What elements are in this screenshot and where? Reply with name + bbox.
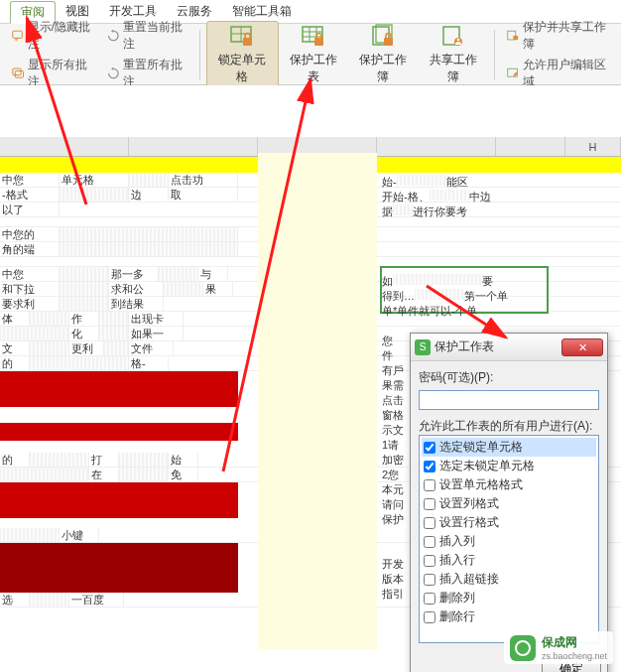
permission-item[interactable]: 设置单元格格式 (422, 475, 596, 494)
right-text-col: 您件 有戶果需 点击窗格 示文1请 加密2您 本元请问 保护 开发版本 指引 (382, 334, 412, 602)
permission-checkbox[interactable] (424, 498, 435, 510)
permission-item[interactable]: 删除列 (422, 589, 596, 607)
permissions-list[interactable]: 选定锁定单元格 选定未锁定单元格 设置单元格格式 设置列格式 设置行格式 插入列… (419, 435, 599, 643)
comments-group-1: 显示/隐藏批注 显示所有批注 (6, 15, 101, 94)
right-text-block-2: 如要 得到…第一个单 单*单件就可以-个单 (382, 274, 590, 319)
protect-workbook-icon (370, 24, 396, 50)
comments-icon (12, 67, 25, 80)
protect-sheet-button[interactable]: 保护工作表 (279, 22, 349, 87)
censored-block (0, 423, 238, 441)
share-workbook-icon (440, 24, 466, 50)
label: 保护工作簿 (356, 52, 411, 85)
dialog-title: 保护工作表 (435, 338, 494, 355)
password-input[interactable] (419, 390, 599, 410)
svg-rect-2 (15, 70, 23, 77)
permission-item[interactable]: 插入超链接 (422, 570, 596, 589)
protect-and-share-button[interactable]: 保护并共享工作簿 (507, 19, 609, 53)
censored-block (0, 482, 238, 518)
dialog-titlebar[interactable]: S 保护工作表 ✕ (411, 334, 607, 361)
protection-group-2: 保护并共享工作簿 允许用户编辑区域 (501, 15, 615, 94)
censored-block (0, 371, 238, 407)
comments-group-2: 重置当前批注 重置所有批注 (101, 15, 193, 94)
permission-item[interactable]: 设置列格式 (422, 494, 596, 513)
allowed-actions-label: 允许此工作表的所有用户进行(A): (419, 418, 599, 435)
right-text-block: 始-能区 开始-格、中边 据进行你要考 (382, 175, 580, 219)
column-soft-yellow (258, 153, 377, 649)
svg-rect-15 (384, 38, 393, 46)
allow-edit-icon (507, 67, 520, 80)
password-label: 密码(可选)(P): (419, 369, 599, 386)
label: 共享工作簿 (427, 52, 481, 85)
permission-item[interactable]: 插入列 (422, 532, 596, 551)
permission-checkbox[interactable] (424, 536, 435, 548)
svg-rect-20 (514, 36, 519, 40)
permission-checkbox[interactable] (424, 574, 435, 586)
label: 锁定单元格 (215, 52, 270, 85)
col-H[interactable]: H (565, 137, 621, 156)
svg-point-18 (457, 38, 460, 41)
watermark-name: 保成网 (542, 634, 607, 651)
comment-icon (12, 29, 25, 43)
watermark-url: zs.baocheng.net (542, 651, 607, 661)
permission-checkbox[interactable] (424, 555, 435, 567)
lock-cells-button[interactable]: 锁定单元格 (206, 21, 279, 88)
watermark: 保成网 zs.baocheng.net (504, 631, 613, 664)
permission-checkbox[interactable] (424, 442, 435, 454)
permission-checkbox[interactable] (424, 461, 435, 472)
permission-item[interactable]: 删除行 (422, 607, 596, 626)
svg-rect-6 (243, 38, 252, 46)
svg-rect-12 (314, 38, 323, 46)
reset-current-comment-button[interactable]: 重置当前批注 (107, 19, 187, 53)
svg-rect-0 (13, 31, 23, 38)
divider (199, 30, 200, 79)
permission-item[interactable]: 选定锁定单元格 (422, 438, 596, 457)
app-logo-icon: S (415, 339, 431, 355)
svg-rect-1 (13, 68, 21, 75)
share-workbook-button[interactable]: 共享工作簿 (419, 22, 489, 87)
close-button[interactable]: ✕ (561, 338, 603, 356)
protect-sheet-icon (301, 24, 326, 50)
reset-all-icon (107, 67, 120, 80)
label: 保护并共享工作簿 (523, 19, 609, 53)
label: 显示/隐藏批注 (28, 19, 95, 53)
permission-checkbox[interactable] (424, 517, 435, 529)
divider (494, 30, 495, 79)
permission-checkbox[interactable] (424, 593, 435, 605)
protect-share-icon (507, 29, 520, 43)
reset-icon (107, 29, 120, 43)
censored-block (0, 543, 238, 593)
permission-item[interactable]: 插入行 (422, 551, 596, 570)
label: 保护工作表 (287, 52, 341, 85)
watermark-shield-icon (510, 635, 536, 661)
ribbon: 显示/隐藏批注 显示所有批注 重置当前批注 重置所有批注 锁定单元格 保护工作表… (0, 24, 621, 85)
label: 重置当前批注 (123, 19, 187, 53)
permission-item[interactable]: 选定未锁定单元格 (422, 457, 596, 475)
lock-cells-icon (229, 24, 255, 50)
protect-workbook-button[interactable]: 保护工作簿 (348, 22, 419, 87)
menu-item-smarttools[interactable]: 智能工具箱 (222, 1, 302, 22)
protect-sheet-dialog: S 保护工作表 ✕ 密码(可选)(P): 允许此工作表的所有用户进行(A): 选… (410, 333, 608, 672)
permission-checkbox[interactable] (424, 479, 435, 491)
show-hide-comments-button[interactable]: 显示/隐藏批注 (12, 19, 95, 53)
permission-checkbox[interactable] (424, 611, 435, 623)
permission-item[interactable]: 设置行格式 (422, 513, 596, 532)
